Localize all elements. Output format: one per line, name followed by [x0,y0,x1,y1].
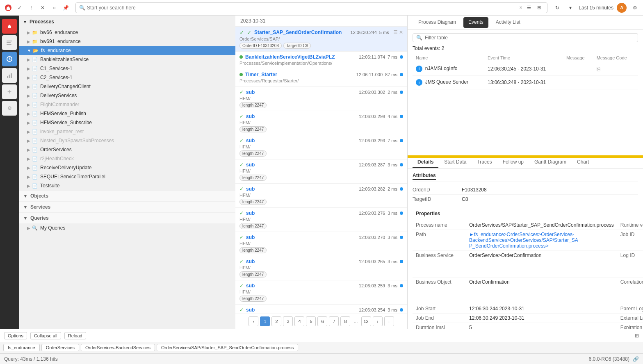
sidebar-item-sequel[interactable]: ▶ 📄 SEQUELServiceTimerParallel [19,172,235,181]
sidebar-item-invoke[interactable]: ▶ 📄 invoke_partner_rest [19,127,235,136]
copy-icon[interactable]: ⎘ [597,66,600,72]
close-toolbar-button[interactable]: ✕ [38,3,48,13]
page-3-button[interactable]: 3 [283,316,293,326]
tab-activity-list[interactable]: Activity List [490,16,526,30]
tab-follow-up[interactable]: Follow up [498,157,529,168]
page-4-button[interactable]: 4 [294,316,304,326]
filter-search-icon: 🔍 [416,35,422,41]
prop-label: Job ID [620,232,643,249]
nav-home-button[interactable] [2,19,17,34]
nav-processes-button[interactable] [2,35,17,50]
collapse-icon[interactable]: ⊞ [635,333,639,339]
breadcrumb-fs[interactable]: fs_endurance [3,344,40,351]
check-toolbar-button[interactable]: ✓ [15,3,25,13]
page-7-button[interactable]: 7 [329,316,339,326]
tab-gantt[interactable]: Gantt Diagram [529,157,571,168]
tab-chart[interactable]: Chart [572,157,594,168]
trace-item[interactable]: ✓ sub 12:06:03.259 3 ms HFM/ length 2247 [235,280,407,305]
sidebar-item-hfm-publish[interactable]: ▶ 📄 HFMService_Publish [19,109,235,118]
search-input[interactable] [87,5,518,11]
trace-item[interactable]: ✓ sub 12:06:03.254 3 ms HFM/ length 2247 [235,305,407,314]
trace-item[interactable]: ✓ sub 12:06:03.282 2 ms HFM/ length 2247 [235,184,407,208]
prop-label: Path [416,232,469,249]
nav-settings2-button[interactable]: ⚙ [2,101,17,116]
prop-row: External Log ID [617,314,643,323]
sidebar-item-bankleitz[interactable]: ▶ 📄 BankleitzahlenService [19,55,235,64]
sidebar-item-order-services[interactable]: ▶ 📄 OrderServices [19,145,235,154]
date-header: 2023-10-31 [235,16,407,27]
tab-process-diagram[interactable]: Process Diagram [413,16,462,30]
nav-plus-button[interactable]: + [2,84,17,99]
sidebar-item-nested[interactable]: ▶ 📄 Nested_DynSpawnSubProcesses [19,136,235,145]
breadcrumb-order-backend[interactable]: OrderServices-BackendServices [81,344,155,351]
prop-label: Parent Log ID [620,306,643,312]
attributes-subtab[interactable]: Attributes [413,173,436,180]
nav-chart-button[interactable] [2,68,17,83]
services-section[interactable]: ▼ Services [19,201,235,212]
trace-item[interactable]: ✓ sub 12:06:03.293 7 ms HFM/ length 2247 [235,135,407,159]
queries-section[interactable]: ▼ Queries [19,212,235,223]
sidebar-item-bw691[interactable]: ▶ 📁 bw691_endurance [19,37,235,46]
grid-view-button[interactable]: ⊞ [534,3,544,13]
prop-row: Duration [ms] 5 [413,323,617,329]
trace-item[interactable]: Timer_Starter 12:06:11.000 87 ms Process… [235,69,407,87]
next-page-button[interactable]: › [373,316,383,326]
options-button[interactable]: Options [4,332,27,339]
trace-item[interactable]: BankleitzahlenServiceVigetBLZviaPLZ 12:0… [235,52,407,69]
collapse-all-button[interactable]: Collapse all [30,332,61,339]
trace-item[interactable]: ✓ sub 12:06:03.270 3 ms HFM/ length 2247 [235,232,407,256]
tab-events[interactable]: Events [463,17,488,28]
clear-search-button[interactable]: ✕ [518,5,524,11]
list-view-button[interactable]: ☰ [524,3,534,13]
tab-start-data[interactable]: Start Data [439,157,471,168]
filter-input[interactable] [425,35,634,41]
trace-name: sub [246,210,356,216]
sidebar-item-delivery-changed[interactable]: ▶ 📄 DeliveryChangedClient [19,82,235,91]
sidebar-item-delivery-services[interactable]: ▶ 📄 DeliveryServices [19,91,235,100]
trace-item[interactable]: ✓ sub 12:06:03.302 2 ms HFM/ length 2247 [235,87,407,111]
breadcrumb-order[interactable]: OrderServices [41,344,79,351]
top-toolbar: ✓ ! ✕ ○ 📌 🔍 ✕ ☰ ⊞ ↻ ▾ Last 15 minutes A … [0,0,643,16]
trace-item[interactable]: ✓ sub 12:06:03.276 3 ms HFM/ length 2247 [235,208,407,232]
tab-details[interactable]: Details [413,157,438,168]
sidebar-item-bw66[interactable]: ▶ 📁 bw66_endurance [19,28,235,37]
event-row[interactable]: i nJAMSLogInfo 12:06:30.245 - 2023-10-31… [413,62,638,76]
more-pages-button[interactable]: ⋮ [384,316,394,326]
page-6-button[interactable]: 6 [317,316,327,326]
sidebar-item-flight[interactable]: ▶ 📄 FlightCommander [19,100,235,109]
more-toolbar-button[interactable]: ▾ [565,3,575,13]
sidebar-item-receive[interactable]: ▶ 📄 ReceiveDeliveryUpdate [19,163,235,172]
home-button[interactable] [3,3,13,13]
event-row[interactable]: i JMS Queue Sender 13:06:30.248 - 2023-1… [413,76,638,89]
sidebar-item-c2[interactable]: ▶ 📄 C2_Services-1 [19,73,235,82]
circle-toolbar-button[interactable]: ○ [49,3,59,13]
sidebar-item-r2j[interactable]: ▶ 📄 r2jHealthCheck [19,154,235,163]
sidebar-item-c1[interactable]: ▶ 📄 C1_Services-1 [19,64,235,73]
processes-header[interactable]: ▼ Processes [19,16,235,28]
trace-item[interactable]: ✓ ✓ Starter_SAP_SendOrderConfirmation 12… [235,27,407,52]
reload-button[interactable]: Reload [64,332,86,339]
sidebar-item-fs[interactable]: ▼ 📂 fs_endurance [19,46,235,55]
page-1-button[interactable]: 1 [260,316,270,326]
pin-toolbar-button[interactable]: 📌 [61,3,71,13]
page-5-button[interactable]: 5 [306,316,316,326]
tab-traces[interactable]: Traces [472,157,497,168]
trace-item[interactable]: ✓ sub 12:06:03.298 4 ms HFM/ length 2247 [235,111,407,135]
trace-item[interactable]: ✓ sub 12:06:03.287 3 ms HFM/ length 2247 [235,159,407,184]
page-8-button[interactable]: 8 [340,316,350,326]
sidebar-item-hfm-subscribe[interactable]: ▶ 📄 HFMService_Subscribe [19,118,235,127]
prev-page-button[interactable]: ‹ [249,316,258,326]
sidebar-item-my-queries[interactable]: ▶ 🔍 My Queries [19,223,235,232]
sidebar-item-testsuite[interactable]: ▶ 📄 Testsuite [19,181,235,190]
objects-section[interactable]: ▼ Objects [19,190,235,201]
page-2-button[interactable]: 2 [271,316,281,326]
breadcrumb-full-path[interactable]: OrderServices/SAP/Starter_SAP_SendOrderC… [157,344,298,351]
events-panel: 🔍 Total events: 2 Name Event Time Messag… [408,30,643,155]
settings-button[interactable]: ⚙ [630,3,640,13]
refresh-button[interactable]: ↻ [552,3,562,13]
chevron-icon: ▶ [27,84,30,89]
alert-toolbar-button[interactable]: ! [26,3,36,13]
page-12-button[interactable]: 12 [361,316,371,326]
nav-active-button[interactable] [2,52,17,66]
trace-item[interactable]: ✓ sub 12:06:03.265 3 ms HFM/ length 2247 [235,256,407,280]
